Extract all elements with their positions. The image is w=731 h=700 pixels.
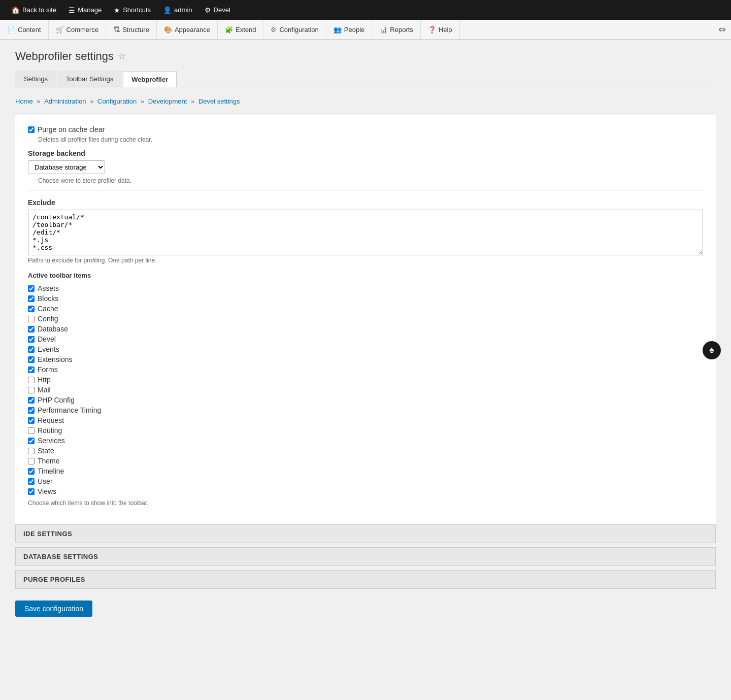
- label-forms[interactable]: Forms: [38, 365, 58, 374]
- label-user[interactable]: User: [38, 477, 53, 485]
- nav-help[interactable]: ❓ Help: [421, 20, 460, 39]
- breadcrumb-development[interactable]: Development: [148, 97, 187, 105]
- breadcrumb-sep-3: »: [141, 97, 146, 105]
- checkbox-config[interactable]: [28, 316, 35, 322]
- checkbox-devel[interactable]: [28, 336, 35, 343]
- purge-cache-label[interactable]: Purge on cache clear: [38, 125, 105, 134]
- breadcrumb-home[interactable]: Home: [15, 97, 33, 105]
- purge-cache-checkbox[interactable]: [28, 126, 35, 133]
- checkbox-user[interactable]: [28, 478, 35, 485]
- nav-extend[interactable]: 🧩 Extend: [218, 20, 263, 39]
- configuration-icon: ⚙: [271, 26, 277, 34]
- nav-appearance[interactable]: 🎨 Appearance: [157, 20, 218, 39]
- nav-configuration[interactable]: ⚙ Configuration: [263, 20, 326, 39]
- nav-appearance-label: Appearance: [175, 26, 210, 34]
- label-blocks[interactable]: Blocks: [38, 294, 58, 303]
- checkbox-timeline[interactable]: [28, 468, 35, 475]
- breadcrumb-configuration[interactable]: Configuration: [97, 97, 137, 105]
- form-section: Purge on cache clear Deletes all profile…: [15, 115, 716, 524]
- favorite-icon[interactable]: ☆: [118, 51, 126, 62]
- database-settings-header[interactable]: DATABASE SETTINGS: [16, 548, 715, 565]
- label-config[interactable]: Config: [38, 315, 58, 323]
- checkbox-cache[interactable]: [28, 306, 35, 312]
- checkbox-views[interactable]: [28, 488, 35, 495]
- checkbox-state[interactable]: [28, 448, 35, 454]
- nav-commerce[interactable]: 🛒 Commerce: [49, 20, 107, 39]
- nav-reports[interactable]: 📊 Reports: [372, 20, 421, 39]
- nav-content-label: Content: [18, 26, 41, 34]
- checkbox-database[interactable]: [28, 326, 35, 332]
- label-http[interactable]: Http: [38, 376, 51, 384]
- label-database[interactable]: Database: [38, 325, 68, 333]
- checkbox-request[interactable]: [28, 417, 35, 424]
- manage-label: Manage: [78, 6, 102, 14]
- nav-structure[interactable]: 🏗 Structure: [106, 20, 157, 39]
- checkbox-routing[interactable]: [28, 427, 35, 434]
- label-theme[interactable]: Theme: [38, 457, 60, 465]
- back-to-site-link[interactable]: 🏠 Back to site: [5, 0, 62, 20]
- label-services[interactable]: Services: [38, 437, 65, 445]
- checkbox-mail[interactable]: [28, 387, 35, 393]
- breadcrumb-devel-settings[interactable]: Devel settings: [198, 97, 240, 105]
- admin-user-label: admin: [174, 6, 192, 14]
- checkbox-performance-timing[interactable]: [28, 407, 35, 414]
- commerce-icon: 🛒: [56, 26, 64, 34]
- label-mail[interactable]: Mail: [38, 386, 51, 394]
- ide-settings-header[interactable]: IDE SETTINGS: [16, 525, 715, 543]
- nav-commerce-label: Commerce: [67, 26, 99, 34]
- label-cache[interactable]: Cache: [38, 305, 58, 313]
- checkbox-extensions[interactable]: [28, 356, 35, 363]
- spade-icon: ♠: [709, 345, 714, 355]
- help-icon: ❓: [428, 26, 436, 34]
- label-events[interactable]: Events: [38, 345, 59, 353]
- label-request[interactable]: Request: [38, 416, 64, 424]
- exclude-textarea[interactable]: /contextual/* /toolbar/* /edit/* *.js *.…: [28, 210, 703, 255]
- label-views[interactable]: Views: [38, 487, 56, 495]
- tab-webprofiler[interactable]: Webprofiler: [123, 71, 177, 87]
- label-performance-timing[interactable]: Performance Timing: [38, 406, 101, 414]
- toolbar-item-http: Http: [28, 376, 703, 384]
- exclude-help: Paths to exclude for profiling. One path…: [28, 257, 703, 264]
- tab-settings[interactable]: Settings: [15, 71, 56, 87]
- checkbox-blocks[interactable]: [28, 295, 35, 302]
- label-extensions[interactable]: Extensions: [38, 355, 72, 363]
- purge-cache-row: Purge on cache clear: [28, 125, 703, 134]
- manage-link[interactable]: ☰ Manage: [62, 0, 108, 20]
- nav-extend-label: Extend: [236, 26, 256, 34]
- label-devel[interactable]: Devel: [38, 335, 56, 343]
- appearance-icon: 🎨: [164, 26, 172, 34]
- shortcuts-link[interactable]: ★ Shortcuts: [108, 0, 157, 20]
- nav-content[interactable]: 📄 Content: [0, 20, 49, 39]
- label-state[interactable]: State: [38, 447, 54, 455]
- checkbox-assets[interactable]: [28, 285, 35, 292]
- purge-profiles-header[interactable]: PURGE PROFILES: [16, 571, 715, 588]
- checkbox-theme[interactable]: [28, 458, 35, 464]
- admin-user-link[interactable]: 👤 admin: [157, 0, 198, 20]
- devel-floating-icon[interactable]: ♠: [703, 341, 721, 359]
- storage-backend-select[interactable]: Database storage File storage: [28, 161, 105, 174]
- label-timeline[interactable]: Timeline: [38, 467, 64, 475]
- user-icon: 👤: [163, 6, 172, 14]
- checkbox-forms[interactable]: [28, 366, 35, 373]
- people-icon: 👥: [334, 26, 342, 34]
- reports-icon: 📊: [379, 26, 387, 34]
- label-php-config[interactable]: PHP Config: [38, 396, 75, 404]
- devel-link[interactable]: ⚙ Devel: [198, 0, 237, 20]
- storage-backend-help: Choose were to store profiler data.: [38, 177, 703, 184]
- checkbox-http[interactable]: [28, 377, 35, 383]
- toolbar-item-routing: Routing: [28, 426, 703, 435]
- checkbox-events[interactable]: [28, 346, 35, 353]
- menu-icon: ☰: [69, 6, 75, 14]
- checkbox-services[interactable]: [28, 438, 35, 444]
- admin-bar: 🏠 Back to site ☰ Manage ★ Shortcuts 👤 ad…: [0, 0, 731, 20]
- tab-toolbar-settings[interactable]: Toolbar Settings: [57, 71, 122, 87]
- label-routing[interactable]: Routing: [38, 426, 62, 435]
- checkbox-php-config[interactable]: [28, 397, 35, 404]
- toolbar-item-services: Services: [28, 437, 703, 445]
- breadcrumb-administration[interactable]: Administration: [44, 97, 86, 105]
- active-toolbar-section: Active toolbar items Assets Blocks Cache…: [28, 272, 703, 507]
- save-configuration-button[interactable]: Save configuration: [15, 601, 92, 617]
- nav-people[interactable]: 👥 People: [326, 20, 372, 39]
- label-assets[interactable]: Assets: [38, 284, 59, 292]
- nav-toggle[interactable]: ⇔: [713, 20, 731, 39]
